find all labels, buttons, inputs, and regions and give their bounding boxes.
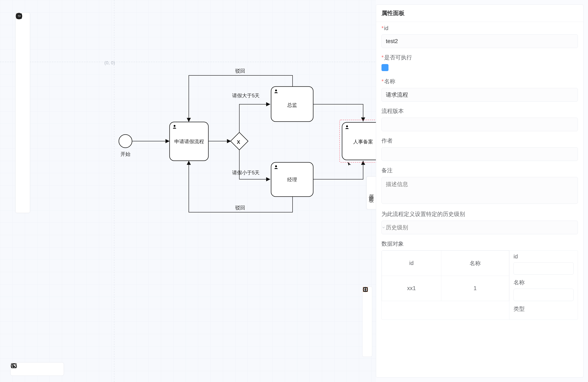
- mini-type-label: 类型: [514, 305, 574, 313]
- node-director-label: 总监: [287, 102, 297, 108]
- upload-cloud-button[interactable]: [16, 365, 24, 373]
- field-version-input[interactable]: [381, 118, 578, 131]
- edge-label-gt5: 请假大于5天: [232, 93, 260, 98]
- field-id-label: *id: [381, 25, 578, 32]
- table-cell: xx1: [382, 276, 441, 301]
- field-author-input[interactable]: [381, 147, 578, 161]
- edge-label-reject-bottom: 驳回: [235, 205, 245, 210]
- svg-rect-13: [17, 14, 21, 19]
- fullscreen-button[interactable]: [364, 312, 371, 319]
- field-name-label: *名称: [381, 78, 578, 85]
- data-object-section-label: 数据对象: [381, 240, 578, 248]
- data-object-table-scroll[interactable]: id 名称 xx1 1: [382, 250, 509, 320]
- field-author-label: 作者: [381, 137, 578, 144]
- gateway-symbol: X: [237, 139, 240, 145]
- table-header-name: 名称: [441, 251, 509, 276]
- field-remark-input[interactable]: [381, 177, 578, 204]
- field-remark-label: 备注: [381, 167, 578, 174]
- gateway-tool[interactable]: [18, 115, 27, 125]
- fit-screen-button[interactable]: [364, 300, 371, 307]
- lasso-tool[interactable]: [18, 29, 27, 38]
- zoom-in-button[interactable]: [364, 336, 371, 343]
- mini-name-input[interactable]: [514, 289, 574, 301]
- zoom-out-button[interactable]: [364, 348, 371, 355]
- group-tool[interactable]: [18, 202, 27, 211]
- edge-director-hr[interactable]: [313, 104, 363, 122]
- space-tool[interactable]: [18, 43, 27, 53]
- table-cell: 1: [441, 276, 509, 301]
- edge-label-lt5: 请假小于5天: [232, 170, 260, 175]
- edge-label-reject-top: 驳回: [235, 68, 245, 74]
- panel-collapse-tab[interactable]: 属性面板: [366, 176, 376, 209]
- node-hr-label: 人事备案: [353, 139, 373, 144]
- field-history-select[interactable]: [381, 221, 578, 234]
- table-row[interactable]: xx1 1: [382, 276, 509, 301]
- docs-button[interactable]: [364, 324, 371, 331]
- data-object-table: id 名称 xx1 1: [382, 250, 509, 301]
- node-apply-label: 申请请假流程: [174, 139, 204, 144]
- end-event-tool[interactable]: [18, 101, 27, 110]
- field-name-input[interactable]: [381, 88, 578, 102]
- table-header-id: id: [382, 251, 441, 276]
- field-executable-label: *是否可执行: [381, 54, 578, 61]
- edge-gate-director[interactable]: [239, 104, 270, 133]
- start-event-tool[interactable]: [18, 72, 27, 81]
- field-executable-checkbox[interactable]: [381, 64, 388, 71]
- mini-id-input[interactable]: [514, 262, 574, 275]
- intermediate-event-tool[interactable]: [18, 86, 27, 96]
- field-id-input[interactable]: [381, 34, 578, 48]
- file-tray: [10, 362, 64, 376]
- edge-manager-hr[interactable]: [313, 161, 363, 179]
- data-store-tool[interactable]: [18, 173, 27, 182]
- tool-palette: [15, 12, 30, 213]
- mini-name-label: 名称: [514, 279, 574, 286]
- subprocess-tool[interactable]: [18, 144, 27, 153]
- field-history-label: 为此流程定义设置特定的历史级别: [381, 210, 578, 218]
- field-version-label: 流程版本: [381, 107, 578, 115]
- bpmn-canvas[interactable]: (0, 0) 请假大于5天 请假小于5天 驳回 驳回: [0, 0, 376, 382]
- pool-tool[interactable]: [18, 187, 27, 197]
- node-start-event[interactable]: [119, 134, 132, 148]
- properties-panel: 属性面板 *id *是否可执行 *名称 流程版本 作者 备注: [376, 4, 584, 378]
- node-manager-label: 经理: [287, 177, 297, 182]
- export-image-button[interactable]: [50, 365, 58, 373]
- svg-point-15: [12, 365, 13, 366]
- connector-tool[interactable]: [18, 57, 27, 67]
- node-start-label: 开始: [121, 151, 130, 157]
- download-cloud-button[interactable]: [33, 365, 41, 373]
- data-object-tool[interactable]: [18, 158, 27, 168]
- panel-title: 属性面板: [376, 5, 583, 22]
- view-tools: [362, 286, 372, 357]
- mini-id-label: id: [514, 253, 574, 260]
- task-tool[interactable]: [18, 130, 27, 139]
